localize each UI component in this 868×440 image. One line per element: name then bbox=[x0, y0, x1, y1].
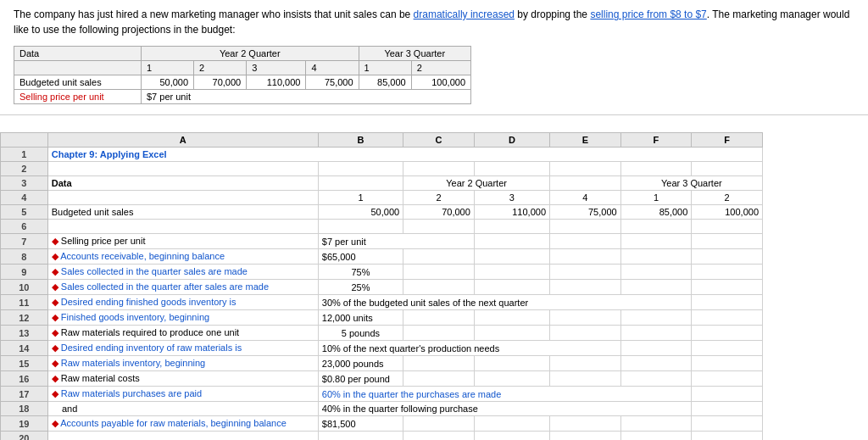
budgeted-unit-sales-label: Budgeted unit sales bbox=[47, 205, 318, 220]
and-label: and bbox=[47, 402, 318, 416]
requirements-table: Data Year 2 Quarter Year 3 Quarter 1 2 3… bbox=[14, 46, 471, 104]
row-18: 18 and 40% in the quarter following purc… bbox=[1, 402, 763, 416]
row-9: 9 ◆ Sales collected in the quarter sales… bbox=[1, 265, 763, 280]
row-15: 15 ◆ Raw materials inventory, beginning … bbox=[1, 356, 763, 371]
row-4: 4 1 2 3 4 1 2 bbox=[1, 191, 763, 205]
col-header-row: A B C D E F F bbox=[1, 133, 763, 148]
highlight-selling: selling price from $8 to $7 bbox=[590, 8, 706, 20]
chapter-title-cell: Chapter 9: Applying Excel bbox=[47, 148, 762, 162]
row-3: 3 Data Year 2 Quarter Year 3 Quarter bbox=[1, 176, 763, 191]
budgeted-unit-sales-row: Budgeted unit sales 50,000 70,000 110,00… bbox=[14, 75, 471, 90]
desired-ending-raw-label: ◆ Desired ending inventory of raw materi… bbox=[47, 341, 318, 356]
year2-header: Year 2 Quarter bbox=[142, 47, 359, 61]
col-header-f1: F bbox=[620, 133, 692, 148]
row-1: 1 Chapter 9: Applying Excel bbox=[1, 148, 763, 162]
col-header-f2: F bbox=[692, 133, 763, 148]
year3-header: Year 3 Quarter bbox=[359, 47, 470, 61]
row-10: 10 ◆ Sales collected in the quarter afte… bbox=[1, 280, 763, 295]
spreadsheet: A B C D E F F 1 Chapter 9: Applying Exce… bbox=[0, 132, 763, 440]
col-header-c: C bbox=[403, 133, 475, 148]
finished-goods-beginning-label: ◆ Finished goods inventory, beginning bbox=[47, 310, 318, 326]
spreadsheet-container: A B C D E F F 1 Chapter 9: Applying Exce… bbox=[0, 132, 868, 440]
accounts-payable-label: ◆ Accounts payable for raw materials, be… bbox=[47, 416, 318, 432]
raw-materials-per-unit-label: ◆ Raw materials required to produce one … bbox=[47, 326, 318, 341]
row-2: 2 bbox=[1, 162, 763, 176]
year3-label: Year 3 Quarter bbox=[620, 176, 762, 191]
raw-material-costs-label: ◆ Raw material costs bbox=[47, 371, 318, 387]
row-13: 13 ◆ Raw materials required to produce o… bbox=[1, 326, 763, 341]
col-header-d: D bbox=[474, 133, 549, 148]
col-header-row-num bbox=[1, 133, 48, 148]
row-6: 6 bbox=[1, 220, 763, 234]
selling-price-row: Selling price per unit $7 per unit bbox=[14, 90, 471, 104]
sales-collected-quarter-label: ◆ Sales collected in the quarter sales a… bbox=[47, 265, 318, 280]
intro-paragraph: The company has just hired a new marketi… bbox=[14, 7, 854, 37]
highlight-dramatically: dramatically increased bbox=[414, 8, 515, 20]
row-12: 12 ◆ Finished goods inventory, beginning… bbox=[1, 310, 763, 326]
raw-materials-inventory-beginning-label: ◆ Raw materials inventory, beginning bbox=[47, 356, 318, 371]
row-7: 7 ◆ Selling price per unit $7 per unit bbox=[1, 234, 763, 249]
desired-ending-finished-label: ◆ Desired ending finished goods inventor… bbox=[47, 295, 318, 310]
col-header-e: E bbox=[550, 133, 621, 148]
sales-collected-after-label: ◆ Sales collected in the quarter after s… bbox=[47, 280, 318, 295]
row-19: 19 ◆ Accounts payable for raw materials,… bbox=[1, 416, 763, 432]
row-11: 11 ◆ Desired ending finished goods inven… bbox=[1, 295, 763, 310]
selling-price-label: ◆ Selling price per unit bbox=[47, 234, 318, 249]
raw-materials-purchases-paid-label: ◆ Raw materials purchases are paid bbox=[47, 387, 318, 402]
col-header-b: B bbox=[318, 133, 403, 148]
row-14: 14 ◆ Desired ending inventory of raw mat… bbox=[1, 341, 763, 356]
accounts-receivable-label: ◆ Accounts receivable, beginning balance bbox=[47, 249, 318, 265]
col-data-header: Data bbox=[14, 47, 142, 61]
data-label: Data bbox=[47, 176, 318, 191]
year2-label: Year 2 Quarter bbox=[403, 176, 550, 191]
col-header-a: A bbox=[47, 133, 318, 148]
row-16: 16 ◆ Raw material costs $0.80 per pound bbox=[1, 371, 763, 387]
row-20: 20 bbox=[1, 432, 763, 441]
row-17: 17 ◆ Raw materials purchases are paid 60… bbox=[1, 387, 763, 402]
row-5: 5 Budgeted unit sales 50,000 70,000 110,… bbox=[1, 205, 763, 220]
row-num-1: 1 bbox=[1, 148, 48, 162]
top-section: The company has just hired a new marketi… bbox=[0, 0, 868, 115]
row-8: 8 ◆ Accounts receivable, beginning balan… bbox=[1, 249, 763, 265]
